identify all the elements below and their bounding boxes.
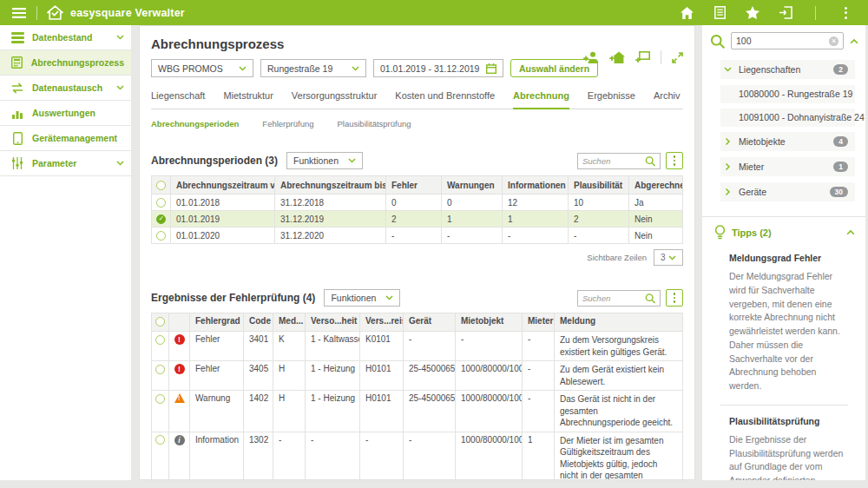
sidebar-search-input[interactable] [736,36,829,46]
company-select[interactable]: WBG PROMOS [151,59,253,77]
search-results-tree: Liegenschaften 2 10080000 - Rungestraße … [702,56,865,216]
row-select-radio[interactable] [155,365,165,374]
tree-item[interactable]: 10080000 - Rungestraße 19 [720,85,855,103]
row-select-radio[interactable] [156,231,166,241]
errors-search-input[interactable] [582,293,645,303]
errors-table: FehlergradCodeMed...Verso...heitVers...r… [151,313,683,480]
table-row[interactable]: 01.01.202031.12.2020----Nein [152,228,683,244]
periods-functions-dropdown[interactable]: Funktionen [286,152,363,169]
subtab-0[interactable]: Abrechnungsperioden [151,119,239,129]
row-select-radio[interactable] [155,335,165,345]
error-icon: ! [174,364,185,374]
clear-search-icon[interactable]: ✕ [829,36,838,46]
tip-title: Meldungsgrad Fehler [729,253,848,263]
search-icon [645,293,655,304]
app-logo-icon[interactable] [44,3,65,23]
count-badge: 4 [833,136,848,147]
subtab-2[interactable]: Plausibilitätsprüfung [338,119,411,129]
calendar-icon [486,63,496,74]
periods-menu-button[interactable] [666,152,683,169]
tip-text: Die Ergebnisse der Plausibilitätsprüfung… [729,433,848,480]
sidebar-item-abrechnungsprozess[interactable]: Abrechnungsprozess [0,50,131,76]
collapse-search-icon[interactable] [850,38,858,44]
datenbestand-icon [9,32,26,43]
chevron-right-icon [724,189,736,195]
chevron-right-icon [724,164,736,169]
tab-6[interactable]: Archiv [654,90,681,109]
periods-section-title: Abrechnungsperioden (3) [151,155,278,167]
row-select-radio[interactable] [156,198,166,208]
warning-icon [174,393,185,403]
menu-icon[interactable] [9,3,30,23]
tips-body: Meldungsgrad Fehler Der Meldungsgrad Feh… [702,247,865,480]
periods-visible-rows-select[interactable]: 3 [654,249,683,266]
errors-menu-button[interactable] [666,289,683,307]
period-date-field[interactable]: 01.01.2019 - 31.12.2019 [373,59,503,77]
auswertungen-icon [9,108,26,119]
tab-4[interactable]: Abrechnung [513,90,569,109]
sidebar-item-geraetemanagement[interactable]: Gerätemanagement [0,126,131,151]
row-select-radio[interactable] [155,394,165,404]
periods-search-input[interactable] [582,156,645,166]
sidebar-item-auswertungen[interactable]: Auswertungen [0,101,131,126]
tips-section-header[interactable]: Tipps (2) [702,216,865,247]
count-badge: 30 [830,187,848,197]
header-divider [815,6,816,20]
table-row[interactable]: i Information1302----1000/80000/10041Der… [152,432,683,480]
table-row[interactable]: 01.01.201831.12.2018001210Ja [152,195,683,211]
star-icon[interactable] [742,3,763,23]
expand-icon[interactable] [672,52,683,63]
divider [720,405,848,406]
tab-3[interactable]: Kosten und Brennstoffe [395,90,495,109]
tree-group-liegenschaften[interactable]: Liegenschaften 2 [720,60,855,79]
parameter-icon [9,157,26,169]
tip-title: Plausibilitätsprüfung [729,416,848,426]
overflow-menu-icon[interactable] [835,3,856,23]
table-row[interactable]: ! Fehler3405H1 - HeizungH010125-45000657… [152,361,683,391]
tab-1[interactable]: Mietstruktur [223,90,273,109]
tip-text: Der Meldungsgrad Fehler wird für Sachver… [729,270,848,393]
subtab-1[interactable]: Fehlerprüfung [262,119,313,129]
app-title: easysquare Verwalter [70,7,185,19]
periods-table: Abrechnungszeitraum vonAbrechnungszeitra… [151,175,683,244]
toolbar-divider [661,50,661,64]
logout-icon[interactable] [775,3,796,23]
sidebar-item-datenbestand[interactable]: Datenbestand [0,25,131,50]
table-row[interactable]: ! Fehler3401K1 - KaltwasserK0101---Zu de… [152,332,683,361]
info-icon: i [174,435,185,445]
chevron-down-icon [239,66,247,71]
row-select-radio[interactable] [155,317,165,326]
property-select[interactable]: Rungestraße 19 [260,59,366,77]
errors-functions-dropdown[interactable]: Funktionen [324,289,400,307]
sidebar-item-datenaustausch[interactable]: Datenaustausch [0,76,131,101]
tips-title: Tipps (2) [732,228,846,238]
table-row[interactable]: Warnung1402H1 - HeizungH010125-450006578… [152,391,683,432]
home-icon[interactable] [676,3,697,23]
count-badge: 1 [833,162,848,172]
tree-group-geraete[interactable]: Geräte 30 [720,182,855,201]
sidebar-item-parameter[interactable]: Parameter [0,151,131,176]
periods-section: Abrechnungsperioden (3) Funktionen Abrec… [151,152,683,266]
report-icon[interactable] [709,3,730,23]
table-row[interactable]: 01.01.201931.12.20192112Nein [152,211,683,228]
row-select-radio[interactable] [156,181,166,190]
chevron-down-icon [116,85,124,90]
add-window-icon[interactable] [635,51,650,63]
chevron-down-icon [116,161,124,166]
geraetemanagement-icon [9,132,26,145]
tree-item[interactable]: 10091000 - Dohnanyistraße 24 [720,109,855,127]
tree-group-mieter[interactable]: Mieter 1 [720,157,855,176]
tab-2[interactable]: Versorgungsstruktur [292,90,377,109]
sidebar-search: ✕ [731,32,844,49]
add-person-icon[interactable] [583,51,599,63]
errors-section-title: Ergebnisse der Fehlerprüfung (4) [151,292,315,304]
add-property-icon[interactable] [609,51,625,63]
row-select-radio[interactable] [155,435,165,445]
tree-group-mietobjekte[interactable]: Mietobjekte 4 [720,132,855,151]
page-title: Abrechnungsprozess [151,36,683,51]
sub-tabs: AbrechnungsperiodenFehlerprüfungPlausibi… [151,119,683,129]
row-select-radio[interactable] [156,214,166,224]
tab-0[interactable]: Liegenschaft [151,90,205,109]
tab-5[interactable]: Ergebnisse [588,90,635,109]
right-sidebar: ✕ Liegenschaften 2 10080000 - Rungestraß… [702,25,865,480]
